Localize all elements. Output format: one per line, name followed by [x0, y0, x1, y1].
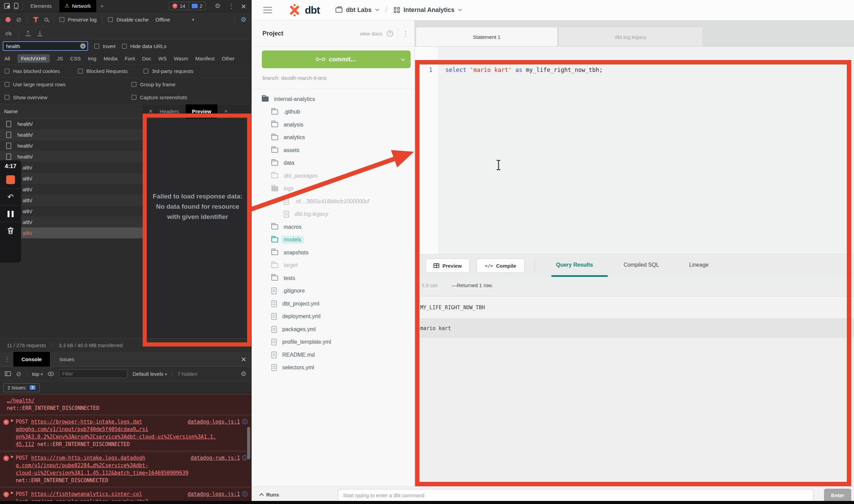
- tab-preview[interactable]: Preview: [186, 104, 217, 118]
- third-party-requests-checkbox[interactable]: 3rd-party requests: [143, 68, 194, 74]
- pause-icon[interactable]: [8, 211, 14, 217]
- project-switcher[interactable]: Internal Analytics: [394, 6, 461, 14]
- tree-item[interactable]: target: [252, 259, 414, 272]
- tab-network[interactable]: ⚠ Network: [59, 0, 96, 12]
- request-row[interactable]: alth/: [0, 173, 143, 184]
- close-pane-icon[interactable]: ×: [148, 109, 153, 114]
- request-row[interactable]: alth/: [0, 162, 143, 173]
- export-har-icon[interactable]: ↓: [38, 30, 43, 36]
- console-sidebar-icon[interactable]: [5, 371, 11, 376]
- kebab-menu-icon[interactable]: ⋮: [228, 3, 234, 9]
- group-by-frame-checkbox[interactable]: Group by frame: [131, 81, 175, 87]
- hamburger-menu-icon[interactable]: [263, 7, 272, 13]
- tree-item[interactable]: .nf…3665c416bfecb1000000cf: [252, 195, 414, 208]
- error-source-link[interactable]: datadog-logs.js:1 ⓘ: [187, 490, 248, 498]
- tree-item[interactable]: assets: [252, 144, 414, 157]
- tree-item[interactable]: dbt_project.yml: [252, 297, 414, 310]
- filter-chip-media[interactable]: Media: [103, 56, 117, 61]
- request-row[interactable]: health/: [0, 129, 143, 140]
- tree-item[interactable]: tests: [252, 272, 414, 285]
- tab-elements[interactable]: Elements: [27, 3, 55, 9]
- preserve-log-checkbox[interactable]: Preserve log: [59, 17, 97, 23]
- request-row[interactable]: alth/: [0, 206, 143, 217]
- device-toolbar-icon[interactable]: [14, 3, 18, 9]
- tree-item[interactable]: snapshots: [252, 246, 414, 259]
- request-row[interactable]: alth/: [0, 195, 143, 206]
- network-filter-input[interactable]: [3, 41, 88, 51]
- network-conditions-icon[interactable]: [5, 32, 12, 35]
- tree-item[interactable]: .github: [252, 106, 414, 119]
- error-link[interactable]: https://browser-http-intake.logs.dat: [31, 419, 142, 425]
- filter-chip-font[interactable]: Font: [125, 56, 135, 61]
- console-scrollbar[interactable]: [247, 427, 250, 459]
- expand-arrow-icon[interactable]: ▶: [11, 455, 14, 458]
- tab-headers[interactable]: Headers: [160, 108, 179, 114]
- blocked-requests-checkbox[interactable]: Blocked Requests: [78, 68, 143, 74]
- requests-name-column-header[interactable]: Name: [0, 104, 143, 118]
- tab-console[interactable]: Console: [13, 352, 50, 367]
- error-link[interactable]: https://fishtownanalytics.sinter-col: [31, 491, 142, 497]
- tree-item[interactable]: macros: [252, 221, 414, 234]
- tree-item[interactable]: dbt.log.legacy: [252, 208, 414, 221]
- disable-cache-checkbox[interactable]: Disable cache: [108, 17, 148, 23]
- error-link[interactable]: https://rum-http-intake.logs.datadogh: [31, 455, 145, 461]
- console-settings-gear-icon[interactable]: ⚙: [241, 371, 246, 377]
- error-source-link[interactable]: datadog-rum.js:1 ⓘ: [191, 454, 248, 462]
- filter-chip-img[interactable]: Img: [88, 56, 96, 61]
- tree-item[interactable]: .gitignore: [252, 285, 414, 298]
- tree-item[interactable]: data: [252, 157, 414, 170]
- expand-arrow-icon[interactable]: ▶: [11, 419, 14, 422]
- tree-item[interactable]: profile_template.yml: [252, 336, 414, 349]
- filter-chip-css[interactable]: CSS: [70, 56, 81, 61]
- tab-issues[interactable]: Issues: [59, 356, 74, 362]
- filter-chip-manifest[interactable]: Manifest: [195, 56, 215, 61]
- clear-filter-icon[interactable]: ×: [80, 43, 86, 49]
- request-row[interactable]: alth/: [0, 217, 143, 227]
- tree-item[interactable]: README.md: [252, 349, 414, 361]
- tab-compiled-sql[interactable]: Compiled SQL: [624, 262, 659, 268]
- has-blocked-cookies-checkbox[interactable]: Has blocked cookies: [4, 68, 78, 74]
- enter-button[interactable]: Enter: [824, 489, 851, 502]
- live-expression-icon[interactable]: [48, 372, 54, 376]
- dbt-command-input[interactable]: [338, 489, 814, 502]
- record-icon[interactable]: [5, 17, 11, 22]
- tab-query-results[interactable]: Query Results: [556, 262, 593, 268]
- tree-item[interactable]: analytics: [252, 131, 414, 144]
- tab-lineage[interactable]: Lineage: [689, 262, 709, 268]
- chevron-down-icon[interactable]: ▾: [192, 17, 194, 22]
- error-link[interactable]: …/health/: [7, 398, 34, 404]
- runs-toggle[interactable]: Runs: [260, 492, 279, 498]
- gear-icon[interactable]: ⚙: [215, 3, 220, 9]
- invert-checkbox[interactable]: Invert: [94, 43, 116, 49]
- stop-recording-icon[interactable]: [6, 175, 15, 184]
- hide-data-urls-checkbox[interactable]: Hide data URLs: [122, 43, 167, 49]
- tree-item[interactable]: deployment.yml: [252, 310, 414, 323]
- tree-item[interactable]: dbt_packages: [252, 169, 414, 182]
- filter-funnel-icon[interactable]: [33, 17, 39, 23]
- close-console-icon[interactable]: ×: [241, 356, 246, 362]
- network-settings-gear-icon[interactable]: ⚙: [241, 16, 246, 23]
- filter-chip-js[interactable]: JS: [57, 56, 63, 61]
- request-row[interactable]: health/: [0, 140, 143, 151]
- filter-chip-wasm[interactable]: Wasm: [174, 56, 188, 61]
- preview-button[interactable]: Preview: [426, 258, 470, 273]
- error-count-badge[interactable]: ✕ 14: [169, 2, 188, 10]
- more-tabs-icon[interactable]: »: [224, 108, 228, 114]
- code-editor[interactable]: 1 select 'mario kart' as my_life_right_n…: [415, 47, 854, 254]
- tree-item[interactable]: selectors.yml: [252, 361, 414, 374]
- tree-item[interactable]: analysis: [252, 118, 414, 131]
- filter-chip-fetchxhr[interactable]: Fetch/XHR: [17, 54, 50, 63]
- dbt-logo[interactable]: dbt: [288, 3, 320, 17]
- kebab-menu-icon[interactable]: ⋮: [4, 356, 10, 362]
- tab-statement-1[interactable]: Statement 1: [416, 27, 558, 46]
- tree-item[interactable]: internal-analytics: [252, 93, 414, 106]
- throttling-select[interactable]: Offline: [155, 17, 170, 23]
- request-row[interactable]: health/: [0, 151, 143, 162]
- filter-chip-other[interactable]: Other: [222, 56, 235, 61]
- kebab-menu-icon[interactable]: ⋮: [402, 30, 409, 37]
- compile-button[interactable]: </> Compile: [476, 258, 525, 273]
- log-levels-selector[interactable]: Default levels ▾: [132, 371, 167, 377]
- show-overview-checkbox[interactable]: Show overview: [4, 94, 131, 100]
- trash-icon[interactable]: [7, 226, 14, 235]
- clear-console-icon[interactable]: ⊘: [16, 371, 22, 377]
